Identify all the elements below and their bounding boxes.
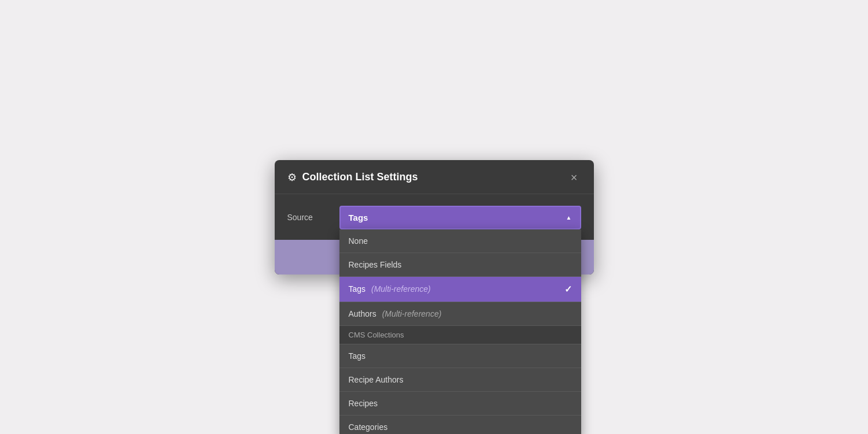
- modal-header: ⚙ Collection List Settings ×: [275, 160, 594, 194]
- dropdown-item-recipe-authors-label: Recipe Authors: [349, 375, 404, 384]
- gear-icon: ⚙: [287, 171, 297, 184]
- dropdown-item-categories[interactable]: Categories: [339, 416, 581, 435]
- dropdown-item-recipes[interactable]: Recipes: [339, 392, 581, 415]
- modal-title: Collection List Settings: [302, 171, 418, 183]
- collection-list-settings-modal: ⚙ Collection List Settings × Source Tags…: [275, 160, 594, 275]
- dropdown-item-tags[interactable]: Tags (Multi-reference) ✓: [339, 277, 581, 302]
- dropdown-item-recipe-authors[interactable]: Recipe Authors: [339, 368, 581, 391]
- dropdown-item-authors[interactable]: Authors (Multi-reference): [339, 302, 581, 325]
- dropdown-item-none[interactable]: None: [339, 229, 581, 253]
- dropdown-item-tags-cms-label: Tags: [349, 351, 366, 361]
- dropdown-item-tags-label: Tags (Multi-reference): [349, 284, 431, 294]
- dropdown-item-categories-label: Categories: [349, 422, 388, 432]
- check-icon: ✓: [564, 284, 572, 295]
- dropdown-section-cms-label: CMS Collections: [349, 331, 404, 339]
- dropdown-item-recipes-fields[interactable]: Recipes Fields: [339, 253, 581, 276]
- source-wrapper: Tags ▲ None Recipes Fields: [339, 206, 581, 229]
- dropdown-item-recipes-fields-label: Recipes Fields: [349, 260, 402, 269]
- arrow-up-icon: ▲: [566, 214, 572, 221]
- source-dropdown-trigger[interactable]: Tags ▲: [339, 206, 581, 229]
- title-group: ⚙ Collection List Settings: [287, 171, 418, 184]
- close-button[interactable]: ×: [567, 170, 581, 184]
- dropdown-item-tags-cms[interactable]: Tags: [339, 344, 581, 368]
- dropdown-section-cms: CMS Collections: [339, 326, 581, 344]
- authors-sublabel: (Multi-reference): [382, 309, 442, 318]
- dropdown-item-recipes-label: Recipes: [349, 399, 378, 408]
- source-dropdown-menu: None Recipes Fields Tags (Multi-referenc…: [339, 229, 581, 435]
- source-row: Source Tags ▲ None Recipe: [287, 206, 581, 229]
- dropdown-item-authors-label: Authors (Multi-reference): [349, 309, 442, 318]
- source-selected-value: Tags: [349, 213, 368, 222]
- tags-sublabel: (Multi-reference): [371, 284, 431, 294]
- dropdown-item-none-label: None: [349, 236, 368, 246]
- source-label: Source: [287, 213, 339, 222]
- modal-body: Source Tags ▲ None Recipe: [275, 194, 594, 229]
